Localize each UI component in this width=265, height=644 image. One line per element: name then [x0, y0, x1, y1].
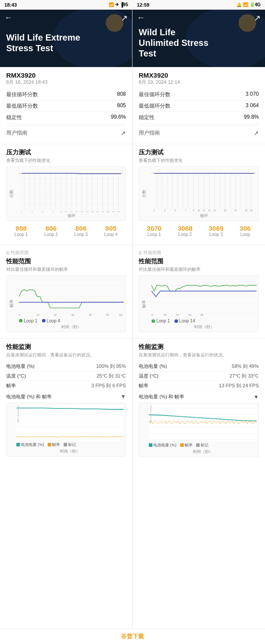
svg-text:19: 19: [112, 211, 115, 212]
left-user-guide-label[interactable]: 用户指南: [6, 129, 27, 137]
share-icon-guide-left[interactable]: ↗: [121, 130, 126, 137]
right-bottom-legend-fps: 帧率: [180, 442, 193, 448]
svg-text:11: 11: [70, 211, 73, 212]
svg-text:1: 1: [21, 211, 23, 212]
left-loop-scores: 808 Loop 1 806 Loop 2 806 Loop 3 805 Loo…: [6, 221, 126, 239]
left-bottom-legend-fps: 帧率: [48, 442, 60, 448]
right-user-guide-label[interactable]: 用户指南: [139, 129, 160, 137]
right-user-guide-row: 用户指南 ↗: [139, 125, 259, 139]
left-legend-loop1-label: Loop 1: [24, 318, 38, 323]
left-loop-2-score: 806: [44, 225, 58, 232]
svg-text:20: 20: [117, 211, 120, 212]
left-stat-3-value: 99.6%: [111, 114, 126, 121]
svg-text:10: 10: [37, 314, 40, 316]
left-dropdown-row[interactable]: 电池电量 (%) 和 帧率 ▼: [6, 391, 126, 403]
back-icon-right[interactable]: ←: [137, 13, 145, 23]
left-monitor-val-2: 25°C 到 31°C: [97, 373, 126, 379]
right-battery-legend-color: [149, 443, 152, 447]
svg-text:20: 20: [250, 210, 253, 212]
svg-text:12: 12: [208, 210, 211, 212]
left-loop-4-score: 805: [104, 225, 118, 232]
svg-text:7: 7: [185, 210, 186, 212]
right-pressure-sub: 查看负载下的性能变化: [139, 157, 259, 164]
svg-text:15: 15: [91, 211, 94, 212]
left-stat-2-value: 805: [117, 102, 126, 110]
left-monitor-val-3: 3 FPS 到 6 FPS: [91, 382, 126, 389]
svg-text:10: 10: [65, 211, 68, 212]
left-bottom-legend: 电池电量 (%) 帧率 标记: [16, 442, 124, 448]
svg-text:16: 16: [96, 211, 99, 212]
left-monitor-val-1: 100% 到 95%: [96, 363, 126, 370]
left-loop-1-label: Loop 1: [15, 232, 28, 237]
left-pressure-chart: 分数 800 700 600 500 400: [6, 166, 126, 221]
left-dropdown-arrow[interactable]: ▼: [121, 393, 126, 400]
right-loop-3-label: Loop 3: [209, 232, 223, 237]
right-legend-loop14-label: Loop 14: [179, 318, 195, 323]
left-loop-2: 806 Loop 2: [44, 225, 58, 237]
left-hero: ← ↗ Wild Life ExtremeStress Test: [0, 10, 132, 67]
status-bar-row: 18:43 📶 ✈ ▐95 12:59 🔔 📶 🔋4G: [0, 0, 265, 10]
right-info-section: RMX3920 8月 19, 2024 12:14 最佳循环分数 3 070 最…: [132, 67, 265, 141]
share-icon-guide-right[interactable]: ↗: [254, 130, 259, 137]
left-hero-title: Wild Life ExtremeStress Test: [6, 32, 80, 53]
right-monitor-title: 性能监测: [139, 343, 259, 351]
left-pressure-sub: 查看负载下的性能变化: [6, 157, 126, 164]
svg-text:50: 50: [106, 314, 110, 316]
svg-text:5: 5: [42, 211, 43, 212]
right-perf-chart: 帧率 24 20 16 12 8 4 0: [139, 275, 259, 332]
right-perf-x-label: 时间（秒）: [151, 324, 257, 330]
svg-text:40: 40: [176, 314, 179, 316]
left-hero-nav: ← ↗: [4, 13, 128, 23]
svg-text:11: 11: [203, 210, 205, 212]
back-icon-left[interactable]: ←: [4, 13, 12, 23]
notification-icon: 🔔: [236, 2, 242, 7]
svg-text:20: 20: [54, 314, 57, 316]
right-legend-loop1: Loop 1: [151, 318, 170, 323]
left-loop-4: 805 Loop 4: [104, 225, 118, 237]
left-loop-3-label: Loop 3: [74, 232, 88, 237]
left-monitor-row-3: 帧率 3 FPS 到 6 FPS: [6, 381, 126, 391]
right-perf-svg: 24 20 16 12 8 4 0 0 20 40 60 80: [151, 277, 257, 317]
right-monitor-val-1: 58% 到 49%: [232, 363, 259, 370]
left-battery-legend-label: 电池电量 (%): [21, 442, 44, 448]
right-stat-1-label: 最佳循环分数: [139, 91, 170, 98]
right-monitor-label-3: 帧率: [139, 382, 148, 389]
left-stat-3: 稳定性 99.6%: [6, 112, 126, 124]
left-monitor-label-3: 帧率: [6, 382, 16, 389]
right-loop-1: 3070 Loop 1: [147, 225, 161, 237]
right-stat-1: 最佳循环分数 3 070: [139, 89, 259, 101]
svg-text:3: 3: [164, 210, 165, 212]
right-loop-scores: 3070 Loop 1 3068 Loop 2 3069 Loop 3 306 …: [139, 221, 259, 239]
left-monitor-label-2: 温度 (°C): [6, 373, 26, 379]
left-perf-header-small: 性能范围: [6, 250, 126, 256]
left-loop-1-score: 808: [15, 225, 28, 232]
right-fps-legend-label: 帧率: [185, 442, 193, 448]
right-legend-loop14-dot: [174, 319, 178, 323]
right-stat-1-value: 3 070: [246, 91, 259, 98]
left-pressure-section: 压力测试 查看负载下的性能变化 分数 800 700 600: [0, 144, 132, 242]
signal-icon: 📶: [243, 2, 248, 7]
right-perf-sub: 对比最佳循环和最差循环的帧率: [139, 266, 259, 273]
right-bottom-svg: 60 50 40 30 20 10 Wild Life Un: [149, 405, 257, 441]
right-bottom-chart: 60 50 40 30 20 10 Wild Life Un: [139, 403, 259, 457]
left-bottom-chart: 100 80 60 40 20 0: [6, 403, 126, 457]
left-bottom-legend-battery: 电池电量 (%): [16, 442, 44, 448]
svg-text:10: 10: [197, 210, 200, 212]
right-loop-1-label: Loop 1: [147, 232, 161, 237]
share-icon-left[interactable]: ↗: [121, 13, 128, 23]
left-perf-legend: Loop 1 Loop 4: [19, 318, 124, 323]
right-loop-4-label: Loop: [240, 232, 251, 237]
right-monitor-label-2: 温度 (°C): [139, 373, 159, 379]
left-stat-1-label: 最佳循环分数: [6, 91, 38, 98]
right-stat-2-label: 最低循环分数: [139, 102, 170, 110]
left-loop-4-label: Loop 4: [104, 232, 118, 237]
left-user-guide-row: 用户指南 ↗: [6, 125, 126, 139]
svg-text:3: 3: [31, 211, 33, 212]
right-dropdown-arrow[interactable]: ▼: [254, 394, 259, 400]
time-right: 12:59: [137, 2, 149, 7]
right-dropdown-row[interactable]: 电池电量 (%) 和 帧率 ▼: [139, 391, 259, 403]
share-icon-right[interactable]: ↗: [254, 13, 261, 23]
airplane-icon: ✈: [115, 2, 119, 7]
left-monitor-row-1: 电池电量 (%) 100% 到 95%: [6, 362, 126, 371]
left-monitor-label-1: 电池电量 (%): [6, 363, 34, 370]
